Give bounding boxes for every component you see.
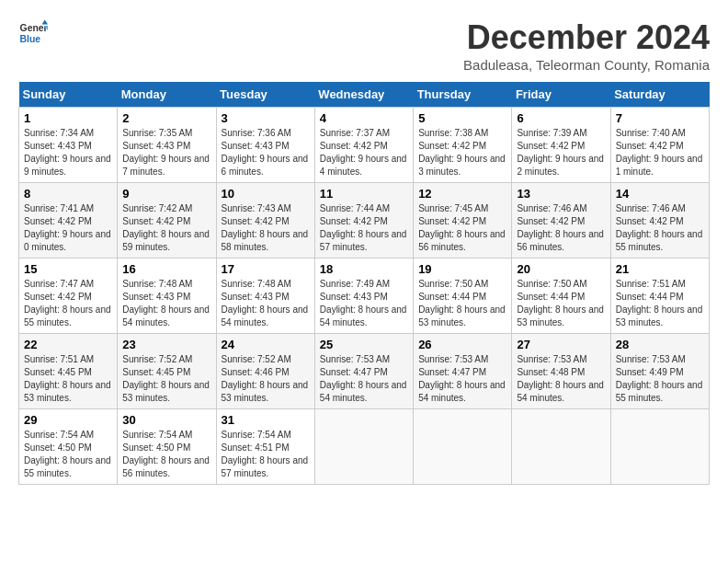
calendar-cell (610, 409, 709, 485)
day-number: 2 (122, 111, 210, 125)
day-number: 1 (24, 111, 112, 125)
day-number: 24 (222, 338, 310, 351)
day-info: Sunrise: 7:36 AM Sunset: 4:43 PM Dayligh… (222, 127, 310, 178)
calendar-cell: 11 Sunrise: 7:44 AM Sunset: 4:42 PM Dayl… (314, 183, 413, 259)
day-info: Sunrise: 7:46 AM Sunset: 4:42 PM Dayligh… (616, 202, 704, 254)
day-number: 26 (418, 338, 506, 351)
day-info: Sunrise: 7:53 AM Sunset: 4:47 PM Dayligh… (418, 353, 506, 405)
location: Baduleasa, Teleorman County, Romania (463, 57, 710, 73)
calendar-cell: 4 Sunrise: 7:37 AM Sunset: 4:42 PM Dayli… (314, 108, 413, 183)
calendar-cell: 25 Sunrise: 7:53 AM Sunset: 4:47 PM Dayl… (314, 334, 413, 409)
calendar-cell: 9 Sunrise: 7:42 AM Sunset: 4:42 PM Dayli… (118, 183, 216, 259)
calendar-cell: 26 Sunrise: 7:53 AM Sunset: 4:47 PM Dayl… (414, 334, 512, 409)
calendar-cell: 6 Sunrise: 7:39 AM Sunset: 4:42 PM Dayli… (512, 108, 610, 183)
calendar-cell: 12 Sunrise: 7:45 AM Sunset: 4:42 PM Dayl… (414, 183, 512, 259)
logo-icon: General Blue (18, 18, 48, 48)
calendar-cell: 31 Sunrise: 7:54 AM Sunset: 4:51 PM Dayl… (216, 409, 314, 485)
calendar-cell: 2 Sunrise: 7:35 AM Sunset: 4:43 PM Dayli… (118, 108, 216, 183)
day-info: Sunrise: 7:37 AM Sunset: 4:42 PM Dayligh… (320, 127, 408, 178)
day-number: 15 (24, 262, 112, 276)
week-row-4: 22 Sunrise: 7:51 AM Sunset: 4:45 PM Dayl… (19, 334, 710, 409)
calendar-cell (414, 409, 512, 485)
calendar-cell: 21 Sunrise: 7:51 AM Sunset: 4:44 PM Dayl… (610, 259, 709, 334)
day-info: Sunrise: 7:34 AM Sunset: 4:43 PM Dayligh… (24, 127, 112, 178)
calendar-cell (512, 409, 610, 485)
day-info: Sunrise: 7:40 AM Sunset: 4:42 PM Dayligh… (616, 127, 704, 178)
day-info: Sunrise: 7:44 AM Sunset: 4:42 PM Dayligh… (320, 202, 408, 254)
calendar-cell: 17 Sunrise: 7:48 AM Sunset: 4:43 PM Dayl… (216, 259, 314, 334)
day-number: 30 (122, 413, 210, 427)
day-info: Sunrise: 7:42 AM Sunset: 4:42 PM Dayligh… (122, 202, 210, 254)
day-number: 8 (24, 187, 112, 201)
calendar-cell: 22 Sunrise: 7:51 AM Sunset: 4:45 PM Dayl… (19, 334, 118, 409)
day-number: 6 (517, 111, 605, 125)
day-header-wednesday: Wednesday (314, 82, 413, 108)
day-number: 19 (418, 262, 506, 276)
day-info: Sunrise: 7:52 AM Sunset: 4:45 PM Dayligh… (122, 353, 210, 405)
day-number: 31 (222, 413, 310, 427)
day-number: 16 (122, 262, 210, 276)
day-info: Sunrise: 7:54 AM Sunset: 4:50 PM Dayligh… (122, 429, 210, 480)
calendar-table: SundayMondayTuesdayWednesdayThursdayFrid… (18, 82, 710, 485)
day-number: 14 (616, 187, 704, 201)
day-header-tuesday: Tuesday (216, 82, 314, 108)
calendar-cell: 8 Sunrise: 7:41 AM Sunset: 4:42 PM Dayli… (19, 183, 118, 259)
day-header-sunday: Sunday (19, 82, 118, 108)
day-number: 13 (517, 187, 605, 201)
week-row-3: 15 Sunrise: 7:47 AM Sunset: 4:42 PM Dayl… (19, 259, 710, 334)
day-number: 28 (616, 338, 704, 351)
calendar-cell: 7 Sunrise: 7:40 AM Sunset: 4:42 PM Dayli… (610, 108, 709, 183)
day-number: 22 (24, 338, 112, 351)
calendar-cell: 1 Sunrise: 7:34 AM Sunset: 4:43 PM Dayli… (19, 108, 118, 183)
day-number: 18 (320, 262, 408, 276)
day-info: Sunrise: 7:46 AM Sunset: 4:42 PM Dayligh… (517, 202, 605, 254)
day-number: 11 (320, 187, 408, 201)
day-number: 29 (24, 413, 112, 427)
calendar-cell: 15 Sunrise: 7:47 AM Sunset: 4:42 PM Dayl… (19, 259, 118, 334)
day-info: Sunrise: 7:38 AM Sunset: 4:42 PM Dayligh… (418, 127, 506, 178)
day-info: Sunrise: 7:53 AM Sunset: 4:48 PM Dayligh… (517, 353, 605, 405)
logo: General Blue (18, 18, 48, 48)
title-block: December 2024 Baduleasa, Teleorman Count… (463, 18, 710, 73)
month-title: December 2024 (463, 18, 710, 57)
calendar-cell: 23 Sunrise: 7:52 AM Sunset: 4:45 PM Dayl… (118, 334, 216, 409)
day-info: Sunrise: 7:50 AM Sunset: 4:44 PM Dayligh… (517, 278, 605, 329)
calendar-cell: 24 Sunrise: 7:52 AM Sunset: 4:46 PM Dayl… (216, 334, 314, 409)
day-info: Sunrise: 7:43 AM Sunset: 4:42 PM Dayligh… (222, 202, 310, 254)
day-info: Sunrise: 7:35 AM Sunset: 4:43 PM Dayligh… (122, 127, 210, 178)
day-number: 9 (122, 187, 210, 201)
page-header: General Blue December 2024 Baduleasa, Te… (18, 18, 710, 73)
day-number: 21 (616, 262, 704, 276)
day-info: Sunrise: 7:41 AM Sunset: 4:42 PM Dayligh… (24, 202, 112, 254)
day-info: Sunrise: 7:49 AM Sunset: 4:43 PM Dayligh… (320, 278, 408, 329)
day-number: 27 (517, 338, 605, 351)
calendar-cell: 29 Sunrise: 7:54 AM Sunset: 4:50 PM Dayl… (19, 409, 118, 485)
day-info: Sunrise: 7:54 AM Sunset: 4:50 PM Dayligh… (24, 429, 112, 480)
calendar-cell (314, 409, 413, 485)
calendar-cell: 16 Sunrise: 7:48 AM Sunset: 4:43 PM Dayl… (118, 259, 216, 334)
week-row-2: 8 Sunrise: 7:41 AM Sunset: 4:42 PM Dayli… (19, 183, 710, 259)
day-info: Sunrise: 7:51 AM Sunset: 4:45 PM Dayligh… (24, 353, 112, 405)
week-row-5: 29 Sunrise: 7:54 AM Sunset: 4:50 PM Dayl… (19, 409, 710, 485)
calendar-cell: 10 Sunrise: 7:43 AM Sunset: 4:42 PM Dayl… (216, 183, 314, 259)
day-number: 23 (122, 338, 210, 351)
day-number: 25 (320, 338, 408, 351)
calendar-cell: 27 Sunrise: 7:53 AM Sunset: 4:48 PM Dayl… (512, 334, 610, 409)
day-info: Sunrise: 7:51 AM Sunset: 4:44 PM Dayligh… (616, 278, 704, 329)
day-number: 12 (418, 187, 506, 201)
day-info: Sunrise: 7:45 AM Sunset: 4:42 PM Dayligh… (418, 202, 506, 254)
day-number: 5 (418, 111, 506, 125)
day-number: 20 (517, 262, 605, 276)
day-number: 17 (222, 262, 310, 276)
day-info: Sunrise: 7:48 AM Sunset: 4:43 PM Dayligh… (222, 278, 310, 329)
day-header-monday: Monday (118, 82, 216, 108)
day-header-thursday: Thursday (414, 82, 512, 108)
day-info: Sunrise: 7:54 AM Sunset: 4:51 PM Dayligh… (222, 429, 310, 480)
calendar-cell: 3 Sunrise: 7:36 AM Sunset: 4:43 PM Dayli… (216, 108, 314, 183)
svg-text:General: General (20, 23, 48, 33)
day-number: 7 (616, 111, 704, 125)
day-info: Sunrise: 7:39 AM Sunset: 4:42 PM Dayligh… (517, 127, 605, 178)
calendar-cell: 14 Sunrise: 7:46 AM Sunset: 4:42 PM Dayl… (610, 183, 709, 259)
day-info: Sunrise: 7:52 AM Sunset: 4:46 PM Dayligh… (222, 353, 310, 405)
calendar-cell: 20 Sunrise: 7:50 AM Sunset: 4:44 PM Dayl… (512, 259, 610, 334)
